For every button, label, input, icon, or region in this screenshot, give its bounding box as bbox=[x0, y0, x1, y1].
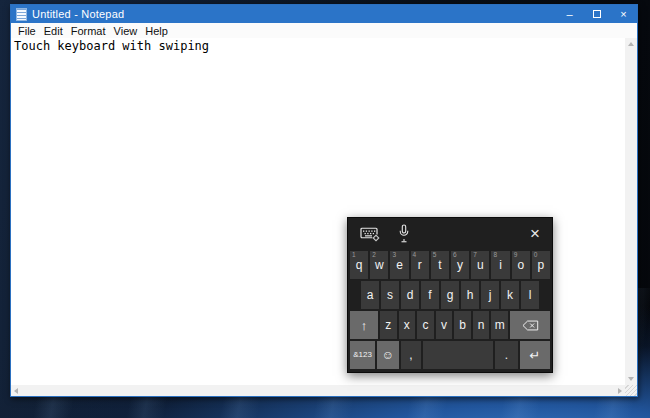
key-space[interactable] bbox=[423, 341, 493, 369]
key-label: s bbox=[387, 289, 393, 301]
keyboard-row-2: asdfghjkl bbox=[350, 281, 550, 309]
key-number-hint: 0 bbox=[534, 252, 538, 259]
maximize-icon bbox=[593, 10, 601, 18]
key-w[interactable]: w2 bbox=[370, 251, 388, 279]
key-p[interactable]: p0 bbox=[532, 251, 550, 279]
key-label: j bbox=[489, 289, 492, 301]
key-emoji[interactable]: ☺ bbox=[377, 341, 399, 369]
key-d[interactable]: d bbox=[401, 281, 419, 309]
key-i[interactable]: i8 bbox=[491, 251, 509, 279]
close-button[interactable]: × bbox=[610, 5, 637, 23]
key-g[interactable]: g bbox=[441, 281, 459, 309]
menu-edit[interactable]: Edit bbox=[40, 25, 67, 37]
key-v[interactable]: v bbox=[436, 311, 453, 339]
keyboard-top-bar: × bbox=[348, 218, 552, 249]
key-shift[interactable]: ↑ bbox=[350, 311, 378, 339]
document-text[interactable]: Touch keyboard with swiping bbox=[14, 39, 623, 53]
key-y[interactable]: y6 bbox=[451, 251, 469, 279]
menu-bar: File Edit Format View Help bbox=[11, 23, 637, 39]
key-number-hint: 6 bbox=[453, 252, 457, 259]
backspace-icon bbox=[522, 320, 539, 331]
horizontal-scrollbar[interactable] bbox=[11, 385, 625, 396]
keyboard-row-4: &123☺,.↵ bbox=[350, 341, 550, 369]
key-u[interactable]: u7 bbox=[471, 251, 489, 279]
key-r[interactable]: r4 bbox=[411, 251, 429, 279]
key-a[interactable]: a bbox=[361, 281, 379, 309]
key-label: w bbox=[375, 259, 384, 271]
key-label: b bbox=[459, 319, 466, 331]
vertical-scrollbar[interactable] bbox=[625, 38, 637, 385]
key-backspace[interactable] bbox=[510, 311, 550, 339]
key-label: d bbox=[407, 289, 414, 301]
key-label: t bbox=[438, 259, 441, 271]
key-h[interactable]: h bbox=[461, 281, 479, 309]
key-label: x bbox=[404, 319, 410, 331]
key-label: e bbox=[396, 259, 403, 271]
keyboard-close-icon[interactable]: × bbox=[530, 225, 540, 242]
key-number-hint: 4 bbox=[413, 252, 417, 259]
key-label: l bbox=[529, 289, 532, 301]
scroll-left-icon[interactable] bbox=[14, 388, 18, 394]
key-f[interactable]: f bbox=[421, 281, 439, 309]
menu-view[interactable]: View bbox=[110, 25, 142, 37]
key-label: &123 bbox=[353, 351, 372, 359]
key-b[interactable]: b bbox=[454, 311, 471, 339]
scroll-down-icon[interactable] bbox=[628, 377, 634, 381]
key-symbols[interactable]: &123 bbox=[350, 341, 375, 369]
key-t[interactable]: t5 bbox=[431, 251, 449, 279]
key-s[interactable]: s bbox=[381, 281, 399, 309]
microphone-icon[interactable] bbox=[398, 224, 410, 244]
key-number-hint: 9 bbox=[514, 252, 518, 259]
key-label: ↑ bbox=[361, 319, 368, 332]
key-c[interactable]: c bbox=[417, 311, 434, 339]
scroll-up-icon[interactable] bbox=[628, 42, 634, 46]
key-n[interactable]: n bbox=[473, 311, 490, 339]
close-icon: × bbox=[620, 8, 626, 20]
key-label: ☺ bbox=[382, 349, 394, 361]
key-number-hint: 7 bbox=[473, 252, 477, 259]
key-o[interactable]: o9 bbox=[512, 251, 530, 279]
key-period[interactable]: . bbox=[495, 341, 518, 369]
resize-grip[interactable] bbox=[625, 385, 637, 396]
key-number-hint: 1 bbox=[352, 252, 356, 259]
key-q[interactable]: q1 bbox=[350, 251, 368, 279]
key-number-hint: 3 bbox=[392, 252, 396, 259]
key-k[interactable]: k bbox=[501, 281, 519, 309]
key-label: h bbox=[467, 289, 474, 301]
touch-keyboard: × q1w2e3r4t5y6u7i8o9p0asdfghjkl↑zxcvbnm&… bbox=[347, 217, 553, 373]
key-comma[interactable]: , bbox=[401, 341, 421, 369]
key-label: v bbox=[441, 319, 447, 331]
window-controls: – × bbox=[556, 5, 637, 23]
keyboard-layout-settings-icon[interactable] bbox=[360, 226, 380, 242]
key-label: f bbox=[428, 289, 431, 301]
menu-format[interactable]: Format bbox=[67, 25, 110, 37]
menu-help[interactable]: Help bbox=[141, 25, 172, 37]
key-z[interactable]: z bbox=[380, 311, 397, 339]
key-label: a bbox=[367, 289, 374, 301]
scroll-right-icon[interactable] bbox=[618, 388, 622, 394]
key-label: q bbox=[356, 259, 363, 271]
key-enter[interactable]: ↵ bbox=[520, 341, 550, 369]
minimize-icon: – bbox=[566, 8, 572, 20]
key-e[interactable]: e3 bbox=[390, 251, 408, 279]
key-m[interactable]: m bbox=[491, 311, 508, 339]
key-label: n bbox=[478, 319, 485, 331]
maximize-button[interactable] bbox=[583, 5, 610, 23]
keyboard-row-1: q1w2e3r4t5y6u7i8o9p0 bbox=[350, 251, 550, 279]
key-number-hint: 2 bbox=[372, 252, 376, 259]
key-label: . bbox=[505, 349, 508, 361]
key-number-hint: 5 bbox=[433, 252, 437, 259]
key-label: z bbox=[385, 319, 391, 331]
key-label: ↵ bbox=[530, 349, 541, 362]
window-title: Untitled - Notepad bbox=[32, 8, 124, 20]
key-l[interactable]: l bbox=[521, 281, 539, 309]
key-x[interactable]: x bbox=[399, 311, 416, 339]
key-number-hint: 8 bbox=[493, 252, 497, 259]
minimize-button[interactable]: – bbox=[556, 5, 583, 23]
key-j[interactable]: j bbox=[481, 281, 499, 309]
key-label: m bbox=[495, 319, 505, 331]
menu-file[interactable]: File bbox=[14, 25, 40, 37]
title-bar[interactable]: Untitled - Notepad – × bbox=[11, 5, 637, 23]
key-label: , bbox=[409, 349, 412, 361]
keyboard-row-3: ↑zxcvbnm bbox=[350, 311, 550, 339]
